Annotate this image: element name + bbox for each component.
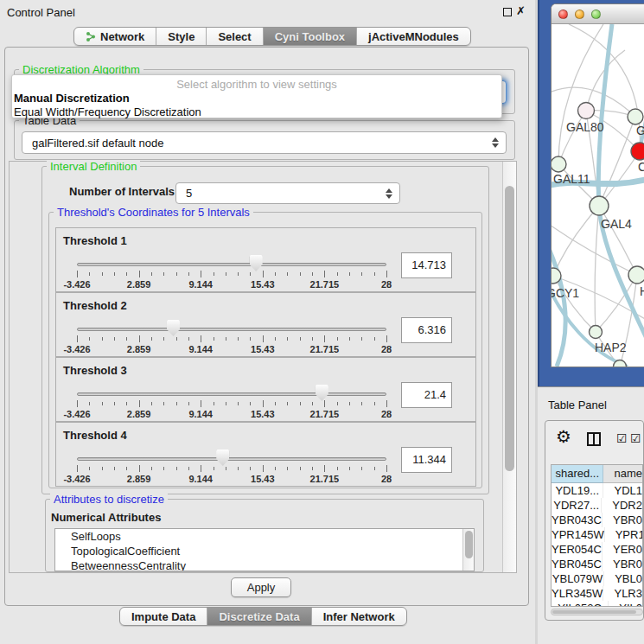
node-hap2[interactable] <box>590 326 603 339</box>
slider-track[interactable] <box>77 457 386 461</box>
node-gcy1[interactable] <box>552 268 561 284</box>
slider-track[interactable] <box>77 328 386 331</box>
table-horizontal-scrollbar[interactable] <box>551 609 643 615</box>
table-row[interactable]: YBL079W YBL0 <box>552 571 642 586</box>
threshold-row: Threshold 3 -3.4262.8599.14415.4321.7152… <box>55 357 476 422</box>
node-table-window: ⚙ ☑ ☑ shared... name YDL19... YDL1 YDR27… <box>545 420 644 621</box>
control-panel-window: Control Panel ✗ Network Style Select Cyn… <box>0 0 535 644</box>
number-of-intervals-combo[interactable]: 5 <box>175 182 400 204</box>
checkbox-icon[interactable]: ☑ <box>616 431 628 445</box>
threshold-2-value-field[interactable]: 6.316 <box>401 317 452 343</box>
threshold-4-label: Threshold 4 <box>63 429 127 442</box>
table-row[interactable]: YLR345W YLR3 <box>552 586 642 601</box>
algorithm-dropdown-popup: Select algorithm to view settings Manual… <box>11 74 502 118</box>
table-row[interactable]: YIL052C YIL0 <box>552 601 642 607</box>
tab-network-label: Network <box>100 30 144 43</box>
slider-track[interactable] <box>77 392 386 396</box>
table-data-combo[interactable]: galFiltered.sif default node <box>22 131 507 154</box>
node-label: HAP2 <box>595 341 627 354</box>
threshold-row: Threshold 4 -3.4262.8599.14415.4321.7152… <box>55 422 476 487</box>
threshold-3-slider[interactable]: -3.4262.8599.14415.4321.71528 <box>77 382 386 420</box>
network-icon <box>86 31 96 42</box>
table-row[interactable]: YBR043C YBR0 <box>552 513 642 527</box>
threshold-1-slider[interactable]: -3.4262.8599.14415.4321.71528 <box>77 252 386 290</box>
slider-track[interactable] <box>77 263 386 266</box>
float-window-icon[interactable] <box>503 8 512 16</box>
list-item[interactable]: BetweennessCentrality <box>55 558 474 571</box>
apply-button[interactable]: Apply <box>231 577 291 597</box>
slider-thumb[interactable] <box>250 255 263 271</box>
bottom-tab-bar: Impute Data Discretize Data Infer Networ… <box>119 607 407 626</box>
scrollbar-thumb[interactable] <box>465 531 473 558</box>
node-h[interactable] <box>628 266 644 284</box>
node-label: GAL80 <box>566 120 604 134</box>
option-manual-discretization[interactable]: Manual Discretization <box>14 92 483 105</box>
table-row[interactable]: YDL19... YDL1 <box>552 483 642 498</box>
thresholds-group-label: Threshold's Coordinates for 5 Intervals <box>54 206 253 219</box>
list-scrollbar[interactable] <box>462 529 474 571</box>
threshold-row: Threshold 2 -3.4262.8599.14415.4321.7152… <box>55 292 476 357</box>
node-ga[interactable] <box>628 109 643 124</box>
slider-ticks <box>77 335 386 343</box>
column-header-name[interactable]: name <box>603 465 642 483</box>
gear-icon[interactable]: ⚙ <box>556 426 571 447</box>
close-traffic-light-icon[interactable] <box>558 10 568 19</box>
slider-thumb[interactable] <box>316 385 328 401</box>
node-label: GAL4 <box>601 217 632 231</box>
numerical-attributes-label: Numerical Attributes <box>51 511 161 524</box>
threshold-3-value-field[interactable]: 21.4 <box>401 382 452 408</box>
number-of-intervals-label: Number of Intervals <box>69 185 175 198</box>
tab-infer-network[interactable]: Infer Network <box>312 608 406 625</box>
slider-thumb[interactable] <box>216 450 229 466</box>
node-label: H <box>640 284 644 298</box>
node-gal80[interactable] <box>578 103 595 119</box>
slider-tick-labels: -3.4262.8599.14415.4321.71528 <box>77 474 386 484</box>
threshold-4-value-field[interactable]: 11.344 <box>401 447 452 473</box>
tab-discretize-data[interactable]: Discretize Data <box>207 608 311 625</box>
threshold-4-slider[interactable]: -3.4262.8599.14415.4321.71528 <box>77 447 386 485</box>
table-row[interactable]: YDR27... YDR2 <box>552 498 642 513</box>
node-gal11[interactable] <box>552 156 566 172</box>
table-row[interactable]: YBR045C YBR0 <box>552 557 642 571</box>
close-icon[interactable]: ✗ <box>516 4 526 17</box>
threshold-1-value-field[interactable]: 14.713 <box>401 252 452 278</box>
attributes-group: Attributes to discretize Numerical Attri… <box>45 499 484 572</box>
settings-scrollbar[interactable] <box>502 162 516 572</box>
column-header-shared-name[interactable]: shared... <box>552 465 603 483</box>
table-panel-title: Table Panel <box>548 399 607 411</box>
table-row[interactable]: YER054C YER0 <box>552 542 642 557</box>
tab-select[interactable]: Select <box>207 28 263 45</box>
scrollbar-thumb[interactable] <box>552 610 636 614</box>
node-label: GA <box>636 124 644 137</box>
threshold-row: Threshold 1 -3.4262.8599.14415.4321.7152… <box>55 227 476 292</box>
node-selected-red[interactable] <box>631 143 644 160</box>
node-table: shared... name YDL19... YDL1 YDR27... YD… <box>551 464 643 607</box>
threshold-2-slider[interactable]: -3.4262.8599.14415.4321.71528 <box>77 317 386 355</box>
tab-impute-data[interactable]: Impute Data <box>120 608 207 625</box>
slider-ticks <box>77 271 386 278</box>
node-gal4[interactable] <box>590 196 609 215</box>
zoom-traffic-light-icon[interactable] <box>591 10 601 19</box>
list-item[interactable]: SelfLoops <box>55 529 474 544</box>
tab-network[interactable]: Network <box>74 28 156 45</box>
list-item[interactable]: TopologicalCoefficient <box>55 544 474 558</box>
columns-icon[interactable] <box>587 432 601 446</box>
table-row[interactable]: YPR145W YPR1 <box>552 527 642 542</box>
tab-cyni-toolbox[interactable]: Cyni Toolbox <box>264 28 357 45</box>
minimize-traffic-light-icon[interactable] <box>575 10 584 19</box>
top-tab-bar: Network Style Select Cyni Toolbox jActiv… <box>73 27 471 46</box>
numerical-attributes-list: SelfLoops TopologicalCoefficient Between… <box>54 528 475 571</box>
slider-thumb[interactable] <box>167 320 180 336</box>
slider-ticks <box>77 465 386 473</box>
network-window-titlebar[interactable] <box>552 4 644 24</box>
window-title: Control Panel <box>7 6 75 19</box>
checkbox-icon[interactable]: ☑ <box>630 431 641 445</box>
network-canvas[interactable]: GAL80 GA C GAL11 GAL4 GCY1 H HAP2 <box>552 24 644 367</box>
network-window: GAL80 GA C GAL11 GAL4 GCY1 H HAP2 <box>551 3 644 367</box>
tab-jactivemnodules[interactable]: jActiveMNodules <box>357 28 470 45</box>
node-label: C <box>638 160 644 174</box>
slider-tick-labels: -3.4262.8599.14415.4321.71528 <box>77 409 386 419</box>
tab-style[interactable]: Style <box>156 28 207 45</box>
option-equal-width-frequency[interactable]: Equal Width/Frequency Discretization <box>14 105 483 118</box>
scrollbar-thumb[interactable] <box>505 186 514 471</box>
